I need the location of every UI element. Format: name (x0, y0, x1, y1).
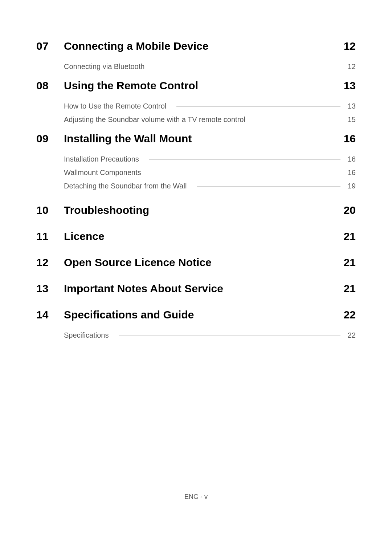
section-row: 14 Specifications and Guide 22 (36, 309, 356, 321)
sub-items: Connecting via Bluetooth 12 (36, 62, 356, 71)
sub-item-row: Specifications 22 (64, 331, 356, 339)
section-title: Important Notes About Service (64, 282, 338, 295)
toc-section-13: 13 Important Notes About Service 21 (36, 282, 356, 295)
leader-line (151, 173, 340, 173)
section-row: 13 Important Notes About Service 21 (36, 282, 356, 295)
section-page: 12 (338, 40, 356, 52)
section-title: Connecting a Mobile Device (64, 40, 338, 52)
sub-item-label: Installation Precautions (64, 155, 146, 163)
sub-item-label: Adjusting the Soundbar volume with a TV … (64, 115, 253, 124)
section-title: Licence (64, 230, 338, 243)
section-number: 08 (36, 80, 64, 92)
sub-item-label: How to Use the Remote Control (64, 102, 173, 110)
sub-items: How to Use the Remote Control 13 Adjusti… (36, 102, 356, 124)
sub-item-row: Detaching the Soundbar from the Wall 19 (64, 182, 356, 190)
leader-line (197, 186, 340, 187)
section-row: 12 Open Source Licence Notice 21 (36, 256, 356, 269)
section-number: 07 (36, 40, 64, 52)
section-row: 10 Troubleshooting 20 (36, 204, 356, 216)
section-row: 07 Connecting a Mobile Device 12 (36, 40, 356, 52)
section-title: Troubleshooting (64, 204, 338, 216)
leader-line (119, 335, 340, 336)
section-number: 14 (36, 309, 64, 321)
sub-item-label: Specifications (64, 331, 116, 339)
sub-item-row: How to Use the Remote Control 13 (64, 102, 356, 110)
section-number: 11 (36, 230, 64, 243)
toc-section-09: 09 Installing the Wall Mount 16 Installa… (36, 133, 356, 190)
section-page: 21 (338, 282, 356, 295)
section-page: 21 (338, 230, 356, 243)
toc-content: 07 Connecting a Mobile Device 12 Connect… (0, 0, 392, 339)
sub-item-row: Adjusting the Soundbar volume with a TV … (64, 115, 356, 124)
toc-section-07: 07 Connecting a Mobile Device 12 Connect… (36, 40, 356, 71)
sub-item-label: Connecting via Bluetooth (64, 62, 152, 71)
section-page: 13 (338, 80, 356, 92)
sub-items: Installation Precautions 16 Wallmount Co… (36, 155, 356, 190)
leader-line (256, 120, 340, 120)
sub-item-page: 16 (343, 168, 356, 177)
leader-line (155, 67, 340, 67)
section-row: 08 Using the Remote Control 13 (36, 80, 356, 92)
toc-section-11: 11 Licence 21 (36, 230, 356, 243)
section-number: 10 (36, 204, 64, 216)
toc-section-10: 10 Troubleshooting 20 (36, 204, 356, 216)
sub-item-page: 22 (343, 331, 356, 339)
sub-item-row: Installation Precautions 16 (64, 155, 356, 163)
sub-item-label: Wallmount Components (64, 168, 148, 177)
section-row: 09 Installing the Wall Mount 16 (36, 133, 356, 145)
sub-item-page: 15 (343, 115, 356, 124)
page-footer: ENG - v (0, 493, 392, 501)
leader-line (149, 159, 340, 160)
section-title: Open Source Licence Notice (64, 256, 338, 269)
sub-item-page: 19 (343, 182, 356, 190)
section-page: 16 (338, 133, 356, 145)
toc-section-14: 14 Specifications and Guide 22 Specifica… (36, 309, 356, 339)
sub-item-page: 13 (343, 102, 356, 110)
section-title: Specifications and Guide (64, 309, 338, 321)
sub-items: Specifications 22 (36, 331, 356, 339)
sub-item-page: 16 (343, 155, 356, 163)
section-number: 09 (36, 133, 64, 145)
section-page: 22 (338, 309, 356, 321)
section-number: 12 (36, 256, 64, 269)
toc-section-12: 12 Open Source Licence Notice 21 (36, 256, 356, 269)
section-title: Installing the Wall Mount (64, 133, 338, 145)
sub-item-row: Wallmount Components 16 (64, 168, 356, 177)
section-page: 20 (338, 204, 356, 216)
sub-item-page: 12 (343, 62, 356, 71)
section-page: 21 (338, 256, 356, 269)
section-row: 11 Licence 21 (36, 230, 356, 243)
section-number: 13 (36, 282, 64, 295)
sub-item-row: Connecting via Bluetooth 12 (64, 62, 356, 71)
toc-section-08: 08 Using the Remote Control 13 How to Us… (36, 80, 356, 124)
leader-line (176, 106, 340, 107)
sub-item-label: Detaching the Soundbar from the Wall (64, 182, 194, 190)
section-title: Using the Remote Control (64, 80, 338, 92)
